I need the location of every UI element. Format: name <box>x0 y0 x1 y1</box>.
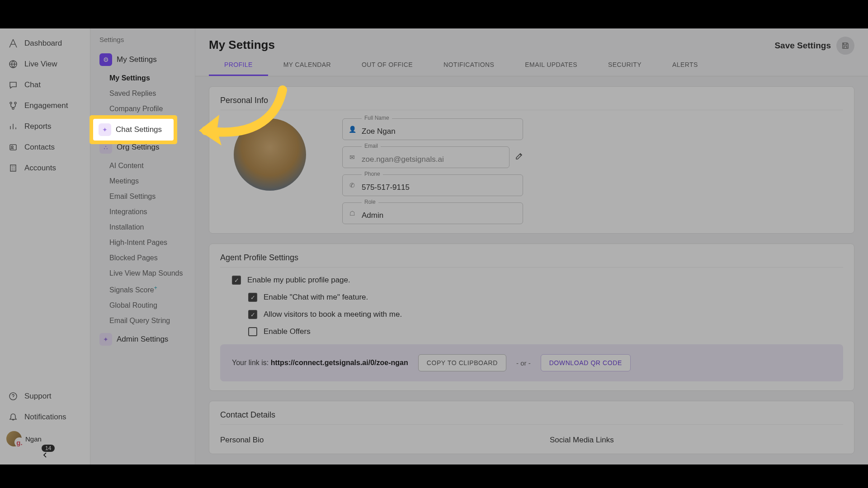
contact-details-card: Contact Details Personal Bio Social Medi… <box>209 401 854 454</box>
settings-nav-email-settings[interactable]: Email Settings <box>90 189 195 204</box>
admin-icon: ✦ <box>99 333 112 346</box>
field-label: Email <box>362 143 381 149</box>
bell-icon <box>8 412 18 422</box>
email-input <box>362 155 503 164</box>
user-name-label: Ngan <box>25 435 42 443</box>
nav-label: Org Settings <box>117 143 160 152</box>
nav-support[interactable]: Support <box>0 386 90 407</box>
nav-label: My Settings <box>117 55 157 64</box>
nav-label: Admin Settings <box>117 335 168 344</box>
checkbox-label: Enable "Chat with me" feature. <box>264 293 368 302</box>
svg-rect-6 <box>10 165 16 171</box>
settings-nav-company-profile[interactable]: Company Profile <box>90 101 195 117</box>
phone-input[interactable] <box>362 183 516 192</box>
save-settings-label: Save Settings <box>774 41 831 51</box>
settings-nav-signals-score[interactable]: Signals Score+ <box>90 281 195 298</box>
tab-out-of-office[interactable]: OUT OF OFFICE <box>346 55 428 76</box>
nav-user[interactable]: g. Ngan 14 <box>0 427 90 450</box>
breadcrumb: Settings <box>90 35 195 49</box>
settings-nav-my-settings[interactable]: ⚙ My Settings <box>90 49 195 70</box>
settings-nav-chat-settings[interactable]: ✦ Chat Settings <box>93 119 174 141</box>
pencil-icon <box>515 152 523 160</box>
enable-offers-checkbox[interactable] <box>248 327 257 336</box>
branch-icon <box>8 101 18 111</box>
nav-reports[interactable]: Reports <box>0 116 90 137</box>
settings-nav-admin-settings[interactable]: ✦ Admin Settings <box>90 328 195 350</box>
content-scroll[interactable]: Personal Info 👤 Full Name ✉ Email <box>195 76 868 465</box>
nav-engagement[interactable]: Engagement <box>0 95 90 116</box>
nav-label: Contacts <box>24 143 55 152</box>
full-name-field[interactable]: 👤 Full Name <box>342 118 523 140</box>
profile-link-text: Your link is: https://connect.getsignals… <box>232 359 408 367</box>
bar-chart-icon <box>8 122 18 131</box>
settings-nav-live-view-map-sounds[interactable]: Live View Map Sounds <box>90 266 195 281</box>
svg-point-1 <box>10 102 12 104</box>
logo-icon <box>8 38 18 48</box>
settings-nav-high-intent-pages[interactable]: High-Intent Pages <box>90 235 195 250</box>
svg-point-3 <box>12 108 14 109</box>
personal-bio-heading: Personal Bio <box>220 436 514 445</box>
user-icon: 👤 <box>348 126 356 133</box>
settings-nav-global-routing[interactable]: Global Routing <box>90 298 195 313</box>
enable-chat-with-me-row: Enable "Chat with me" feature. <box>248 293 843 302</box>
app-frame: Dashboard Live View Chat Engagement Repo… <box>0 28 868 465</box>
settings-nav-meetings[interactable]: Meetings <box>90 174 195 189</box>
tab-my-calendar[interactable]: MY CALENDAR <box>268 55 346 76</box>
tab-email-updates[interactable]: EMAIL UPDATES <box>509 55 593 76</box>
tabs: PROFILE MY CALENDAR OUT OF OFFICE NOTIFI… <box>195 55 868 76</box>
nav-notifications[interactable]: Notifications <box>0 407 90 427</box>
allow-book-meeting-checkbox[interactable] <box>248 310 257 319</box>
agent-profile-heading: Agent Profile Settings <box>220 253 843 267</box>
nav-live-view[interactable]: Live View <box>0 54 90 75</box>
phone-field[interactable]: ✆ Phone <box>342 174 523 196</box>
download-qr-button[interactable]: DOWNLOAD QR CODE <box>541 354 631 371</box>
gear-icon: ⚙ <box>99 53 112 66</box>
tab-alerts[interactable]: ALERTS <box>657 55 713 76</box>
help-icon <box>8 391 18 401</box>
profile-avatar[interactable] <box>234 118 306 191</box>
chevron-left-icon <box>42 452 48 460</box>
field-label: Full Name <box>362 115 392 121</box>
plus-badge: + <box>154 285 157 291</box>
settings-nav-integrations[interactable]: Integrations <box>90 204 195 220</box>
nav-label: Notifications <box>24 413 66 422</box>
checkbox-label: Enable my public profile page. <box>247 276 350 285</box>
edit-email-button[interactable] <box>515 152 523 163</box>
personal-info-card: Personal Info 👤 Full Name ✉ Email <box>209 86 854 234</box>
nav-chat[interactable]: Chat <box>0 75 90 95</box>
tab-security[interactable]: SECURITY <box>593 55 657 76</box>
primary-nav: Dashboard Live View Chat Engagement Repo… <box>0 28 90 465</box>
contact-details-heading: Contact Details <box>220 410 843 425</box>
checkbox-label: Allow visitors to book a meeting with me… <box>264 310 402 319</box>
settings-nav-email-query-string[interactable]: Email Query String <box>90 313 195 328</box>
svg-point-5 <box>11 146 13 148</box>
role-field[interactable]: ☖ Role <box>342 202 523 224</box>
settings-nav-sub-my-settings[interactable]: My Settings <box>90 70 195 86</box>
nav-label: Engagement <box>24 101 68 110</box>
role-input[interactable] <box>362 211 516 220</box>
globe-icon <box>8 59 18 69</box>
agent-profile-card: Agent Profile Settings Enable my public … <box>209 244 854 391</box>
settings-nav-installation[interactable]: Installation <box>90 220 195 235</box>
nav-label: Dashboard <box>24 39 62 48</box>
notification-count-badge: 14 <box>42 445 55 452</box>
save-button[interactable] <box>836 37 854 55</box>
tab-profile[interactable]: PROFILE <box>209 55 268 76</box>
nav-label: Accounts <box>24 164 56 173</box>
copy-to-clipboard-button[interactable]: COPY TO CLIPBOARD <box>418 354 506 371</box>
nav-dashboard[interactable]: Dashboard <box>0 33 90 54</box>
settings-nav-saved-replies[interactable]: Saved Replies <box>90 86 195 101</box>
tab-notifications[interactable]: NOTIFICATIONS <box>428 55 509 76</box>
full-name-input[interactable] <box>362 127 516 136</box>
phone-icon: ✆ <box>348 182 356 189</box>
settings-nav-ai-content[interactable]: AI Content <box>90 158 195 174</box>
nav-contacts[interactable]: Contacts <box>0 137 90 158</box>
settings-nav: Settings ⚙ My Settings My Settings Saved… <box>90 28 195 465</box>
enable-public-profile-checkbox[interactable] <box>232 276 241 285</box>
enable-public-profile-row: Enable my public profile page. <box>232 276 843 285</box>
briefcase-icon: ☖ <box>348 210 356 217</box>
personal-info-heading: Personal Info <box>220 96 843 110</box>
nav-accounts[interactable]: Accounts <box>0 158 90 178</box>
enable-chat-with-me-checkbox[interactable] <box>248 293 257 302</box>
settings-nav-blocked-pages[interactable]: Blocked Pages <box>90 250 195 266</box>
